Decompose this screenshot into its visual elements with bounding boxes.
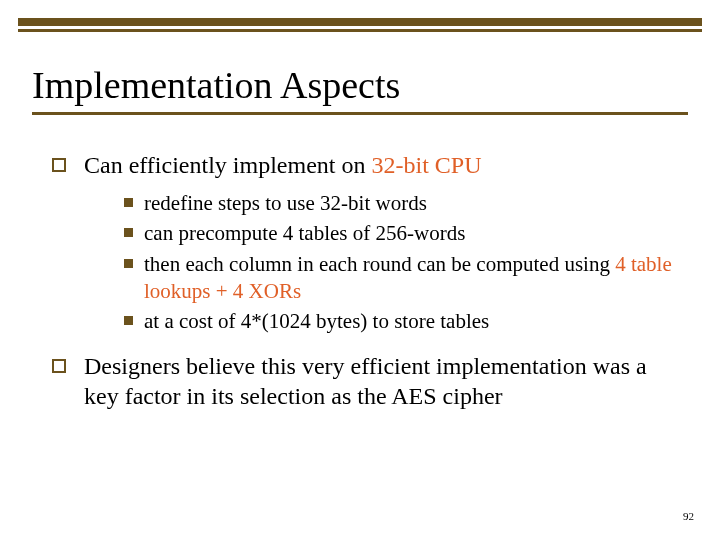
bullet-text: Can efficiently implement on 32-bit CPU bbox=[84, 150, 680, 180]
square-filled-icon bbox=[124, 316, 133, 325]
rule-thin bbox=[18, 29, 702, 32]
bullet-text: Designers believe this very efficient im… bbox=[84, 351, 680, 411]
square-open-icon bbox=[52, 158, 66, 172]
slide-title: Implementation Aspects bbox=[32, 64, 688, 108]
bullet-level2: at a cost of 4*(1024 bytes) to store tab… bbox=[124, 308, 680, 335]
bullet-text: then each column in each round can be co… bbox=[144, 251, 680, 306]
text-segment: Can efficiently implement on bbox=[84, 152, 371, 178]
bullet-level2: can precompute 4 tables of 256-words bbox=[124, 220, 680, 247]
rule-thick bbox=[18, 18, 702, 26]
bullet-text: redefine steps to use 32-bit words bbox=[144, 190, 680, 217]
bullet-level2: then each column in each round can be co… bbox=[124, 251, 680, 306]
square-filled-icon bbox=[124, 198, 133, 207]
header-rule bbox=[18, 18, 702, 32]
square-open-icon bbox=[52, 359, 66, 373]
bullet-text: at a cost of 4*(1024 bytes) to store tab… bbox=[144, 308, 680, 335]
title-block: Implementation Aspects bbox=[32, 64, 688, 115]
title-underline bbox=[32, 112, 688, 115]
square-filled-icon bbox=[124, 259, 133, 268]
page-number: 92 bbox=[683, 510, 694, 522]
bullet-text: can precompute 4 tables of 256-words bbox=[144, 220, 680, 247]
sub-bullets: redefine steps to use 32-bit words can p… bbox=[124, 190, 680, 335]
slide: Implementation Aspects Can efficiently i… bbox=[0, 0, 720, 540]
square-filled-icon bbox=[124, 228, 133, 237]
slide-body: Can efficiently implement on 32-bit CPU … bbox=[52, 150, 680, 421]
bullet-level1: Can efficiently implement on 32-bit CPU bbox=[52, 150, 680, 180]
text-segment: then each column in each round can be co… bbox=[144, 252, 615, 276]
accent-text: 32-bit CPU bbox=[371, 152, 481, 178]
bullet-level2: redefine steps to use 32-bit words bbox=[124, 190, 680, 217]
bullet-level1: Designers believe this very efficient im… bbox=[52, 351, 680, 411]
